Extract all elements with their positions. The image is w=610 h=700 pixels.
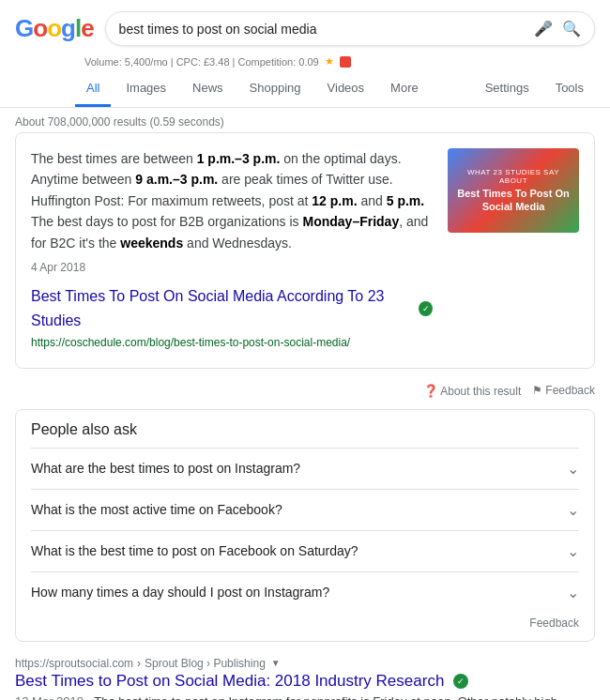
results-count: About 708,000,000 results (0.59 seconds) xyxy=(0,108,610,132)
result-1-title[interactable]: Best Times to Post on Social Media: 2018… xyxy=(15,672,444,691)
microphone-icon[interactable]: 🎤 xyxy=(534,20,553,38)
dropdown-arrow-1[interactable]: ▼ xyxy=(271,658,281,668)
search-icon[interactable]: 🔍 xyxy=(562,20,581,38)
paa-item-3[interactable]: How many times a day should I post on In… xyxy=(31,571,579,613)
nav-item-news[interactable]: News xyxy=(181,71,235,107)
snippet-text: The best times are between 1 p.m.–3 p.m.… xyxy=(31,148,433,353)
snippet-date: 4 Apr 2018 xyxy=(31,259,433,277)
paa-question-3: How many times a day should I post on In… xyxy=(31,585,329,600)
paa-question-2: What is the best time to post on Faceboo… xyxy=(31,543,358,558)
search-hints: Volume: 5,400/mo | CPC: £3.48 | Competit… xyxy=(0,53,610,71)
star-icon: ★ xyxy=(325,55,334,68)
result-1-snippet: 13 Mar 2018 - The best time to post on I… xyxy=(15,692,595,700)
main-content: The best times are between 1 p.m.–3 p.m.… xyxy=(0,132,610,700)
nav-bar: All Images News Shopping Videos More Set… xyxy=(0,71,610,108)
paa-feedback[interactable]: Feedback xyxy=(31,616,579,630)
search-input[interactable] xyxy=(119,22,534,37)
nav-item-images[interactable]: Images xyxy=(114,71,177,107)
paa-title: People also ask xyxy=(31,421,579,438)
chevron-down-icon-2: ⌄ xyxy=(567,542,579,560)
bookmark-icon xyxy=(340,56,351,68)
snippet-body: The best times are between 1 p.m.–3 p.m.… xyxy=(31,148,433,253)
snippet-image-box: WHAT 23 STUDIES SAY ABOUT Best Times To … xyxy=(448,148,579,233)
snippet-link-title[interactable]: Best Times To Post On Social Media Accor… xyxy=(31,284,409,332)
result-1-date: 13 Mar 2018 xyxy=(15,694,84,700)
result-1-source: https://sproutsocial.com › Sprout Blog ›… xyxy=(15,657,595,670)
chevron-down-icon-3: ⌄ xyxy=(567,584,579,601)
feedback-icon: ⚑ xyxy=(532,384,542,397)
about-this-result[interactable]: ❓ About this result xyxy=(423,384,522,398)
nav-item-settings[interactable]: Settings xyxy=(474,71,541,107)
feedback-link[interactable]: ⚑ Feedback xyxy=(532,384,595,397)
nav-item-more[interactable]: More xyxy=(379,71,430,107)
nav-item-shopping[interactable]: Shopping xyxy=(238,71,313,107)
result-1-breadcrumb: › xyxy=(137,657,141,670)
nav-item-tools[interactable]: Tools xyxy=(544,71,595,107)
chevron-down-icon-1: ⌄ xyxy=(567,501,579,519)
paa-item-0[interactable]: What are the best times to post on Insta… xyxy=(31,448,579,489)
snippet-image: WHAT 23 STUDIES SAY ABOUT Best Times To … xyxy=(448,148,579,353)
paa-question-0: What are the best times to post on Insta… xyxy=(31,461,300,476)
result-1-breadcrumb-text: Sprout Blog › Publishing xyxy=(145,657,266,670)
search-icons: 🎤 🔍 xyxy=(534,20,581,38)
image-title: Best Times To Post On Social Media xyxy=(455,187,572,214)
nav-right: Settings Tools xyxy=(474,71,595,107)
chevron-down-icon-0: ⌄ xyxy=(567,460,579,478)
result-1-title-row: Best Times to Post on Social Media: 2018… xyxy=(15,672,595,691)
featured-snippet: The best times are between 1 p.m.–3 p.m.… xyxy=(15,132,595,369)
snippet-link[interactable]: Best Times To Post On Social Media Accor… xyxy=(31,284,433,352)
question-icon: ❓ xyxy=(423,384,438,398)
result-1-snippet-text: The best time to post on Instagram for n… xyxy=(15,694,557,700)
header: Google 🎤 🔍 xyxy=(0,0,610,53)
nav-item-videos[interactable]: Videos xyxy=(316,71,376,107)
paa-question-1: What is the most active time on Facebook… xyxy=(31,502,282,517)
paa-feedback-label: Feedback xyxy=(529,616,579,630)
paa-item-1[interactable]: What is the most active time on Facebook… xyxy=(31,489,579,530)
verified-check-icon: ✓ xyxy=(419,301,433,316)
result-1-url: https://sproutsocial.com xyxy=(15,657,133,670)
search-bar[interactable]: 🎤 🔍 xyxy=(105,11,595,46)
search-result-1: https://sproutsocial.com › Sprout Blog ›… xyxy=(15,657,595,700)
people-also-ask-section: People also ask What are the best times … xyxy=(15,409,595,642)
paa-item-2[interactable]: What is the best time to post on Faceboo… xyxy=(31,530,579,571)
about-feedback-row: ❓ About this result ⚑ Feedback xyxy=(15,384,595,398)
snippet-link-url: https://coschedule.com/blog/best-times-t… xyxy=(31,334,433,352)
google-logo: Google xyxy=(15,14,94,43)
nav-item-all[interactable]: All xyxy=(75,71,111,107)
image-subtitle: WHAT 23 STUDIES SAY ABOUT xyxy=(455,168,572,185)
verified-check-icon-1: ✓ xyxy=(453,674,468,689)
